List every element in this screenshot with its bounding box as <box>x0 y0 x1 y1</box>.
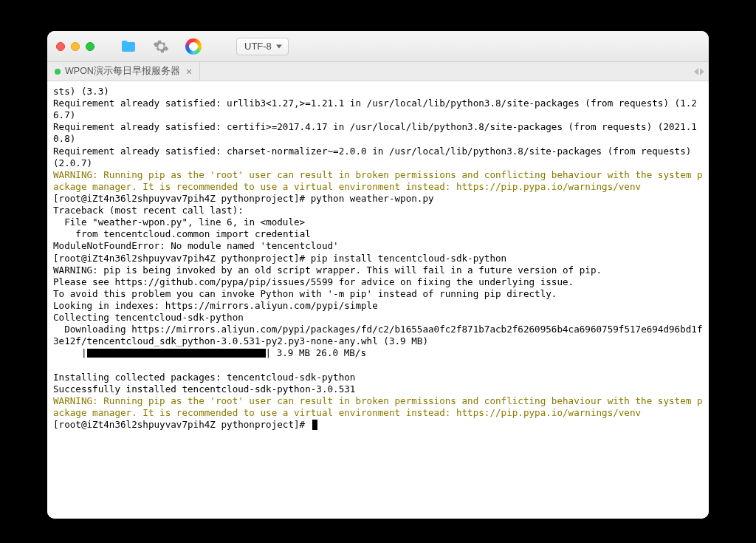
encoding-select[interactable]: UTF-8 <box>236 38 289 55</box>
shell-prompt: [root@iZt4n36l2shpuyvav7pih4Z pythonproj… <box>53 419 311 430</box>
warning-line: WARNING: Running pip as the 'root' user … <box>53 395 703 418</box>
output-line: File "weather-wpon.py", line 6, in <modu… <box>53 216 305 228</box>
output-line: ModuleNotFoundError: No module named 'te… <box>53 240 339 251</box>
progress-bar <box>87 349 266 358</box>
tab-scroll-right-icon[interactable] <box>700 68 704 75</box>
output-line: from tencentcloud.common import credenti… <box>53 228 311 239</box>
folder-icon[interactable] <box>118 36 139 57</box>
output-line: To avoid this problem you can invoke Pyt… <box>53 288 557 299</box>
output-line: Requirement already satisfied: urllib3<1… <box>53 98 697 120</box>
output-line: [root@iZt4n36l2shpuyvav7pih4Z pythonproj… <box>53 253 506 264</box>
output-line: Please see https://github.com/pypa/pip/i… <box>53 276 574 287</box>
output-line: Requirement already satisfied: certifi>=… <box>53 121 697 144</box>
tab-title: WPON演示每日早报服务器 <box>65 65 180 78</box>
output-line: sts) (3.3) <box>53 86 109 97</box>
minimize-window-button[interactable] <box>71 42 80 51</box>
output-line: [root@iZt4n36l2shpuyvav7pih4Z pythonproj… <box>53 193 434 204</box>
output-line: Installing collected packages: tencentcl… <box>53 372 355 383</box>
output-line: Successfully installed tencentcloud-sdk-… <box>53 383 355 395</box>
output-line: Downloading https://mirrors.aliyun.com/p… <box>53 324 703 346</box>
encoding-value: UTF-8 <box>244 41 272 52</box>
session-tab[interactable]: WPON演示每日早报服务器 × <box>47 62 200 81</box>
tabbar: WPON演示每日早报服务器 × <box>47 62 709 81</box>
output-line: Traceback (most recent call last): <box>53 205 244 216</box>
terminal-output[interactable]: sts) (3.3) Requirement already satisfied… <box>47 81 709 519</box>
output-line: Requirement already satisfied: charset-n… <box>53 146 697 168</box>
cursor <box>312 420 317 430</box>
tab-scroll-controls <box>694 62 709 81</box>
output-line: WARNING: pip is being invoked by an old … <box>53 264 602 276</box>
output-line: Collecting tencentcloud-sdk-python <box>53 312 244 323</box>
tab-scroll-left-icon[interactable] <box>694 68 698 75</box>
tab-close-button[interactable]: × <box>186 66 192 78</box>
connection-status-dot <box>55 69 61 75</box>
color-picker-icon[interactable] <box>183 36 204 57</box>
zoom-window-button[interactable] <box>86 42 94 51</box>
close-window-button[interactable] <box>56 42 65 51</box>
progress-left: | <box>53 347 87 359</box>
terminal-window: UTF-8 WPON演示每日早报服务器 × sts) (3.3) Require… <box>47 31 709 519</box>
download-progress-line: || 3.9 MB 26.0 MB/s <box>53 347 703 359</box>
progress-right: | 3.9 MB 26.0 MB/s <box>266 347 366 359</box>
warning-line: WARNING: Running pip as the 'root' user … <box>53 169 703 192</box>
titlebar: UTF-8 <box>47 31 709 62</box>
output-line: Looking in indexes: https://mirrors.aliy… <box>53 300 378 311</box>
window-controls <box>56 42 94 51</box>
gear-icon[interactable] <box>151 36 171 57</box>
